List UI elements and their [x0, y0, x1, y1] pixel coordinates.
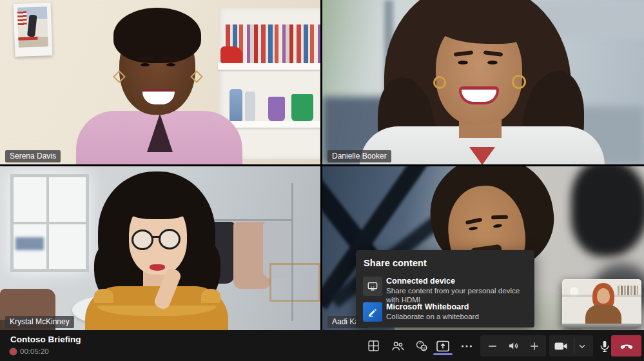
volume-up-icon: [528, 340, 541, 353]
share-active-indicator: [433, 353, 453, 355]
gallery-view-button[interactable]: [362, 335, 384, 356]
record-icon: [10, 349, 16, 355]
meeting-title: Contoso Briefing: [10, 335, 81, 344]
reactions-button[interactable]: [411, 335, 433, 356]
volume-up-button[interactable]: [523, 335, 545, 356]
menu-item-microsoft-whiteboard[interactable]: Microsoft Whiteboard Collaborate on a wh…: [356, 300, 534, 324]
recording-timer: 00:05:20: [20, 347, 49, 355]
share-content-menu-title: Share content: [364, 258, 427, 268]
teams-meeting-window: Serena Davis Danielle Booker: [0, 0, 644, 361]
camera-options-button[interactable]: [572, 335, 592, 356]
share-content-menu: Share content Connected device Share con…: [356, 250, 534, 327]
connected-device-icon: [363, 277, 382, 296]
menu-item-title: Microsoft Whiteboard: [386, 302, 479, 312]
menu-item-subtitle: Collaborate on a whiteboard: [386, 312, 479, 321]
speaker-icon: [507, 339, 520, 353]
more-options-button[interactable]: [456, 335, 478, 356]
camera-options-chevron-icon: [577, 341, 587, 351]
speaker-button[interactable]: [502, 335, 524, 356]
volume-down-icon: [486, 340, 499, 353]
self-view-pip[interactable]: [562, 279, 641, 328]
hangup-icon: [619, 338, 634, 354]
people-icon: [391, 339, 405, 353]
meeting-control-bar: Contoso Briefing 00:05:20: [0, 330, 644, 361]
video-tile-krystal-mckinney: Krystal McKinney: [0, 166, 320, 330]
reactions-icon: [415, 339, 429, 353]
gallery-view-icon: [367, 339, 380, 353]
participant-name-label: Serena Davis: [5, 150, 61, 162]
more-options-icon: [460, 339, 474, 353]
menu-item-connected-device[interactable]: Connected device Share content from your…: [356, 275, 534, 298]
share-content-icon: [435, 338, 451, 354]
participant-name-label: Krystal McKinney: [5, 316, 74, 328]
camera-icon: [553, 338, 569, 354]
volume-down-button[interactable]: [482, 335, 503, 356]
self-view-face: [597, 288, 610, 304]
show-participants-button[interactable]: [387, 335, 409, 356]
glasses: [132, 229, 153, 250]
camera-button[interactable]: [550, 335, 572, 356]
mic-icon: [598, 339, 612, 353]
whiteboard-icon: [363, 302, 382, 322]
menu-item-title: Connected device: [386, 276, 534, 286]
participant-name-label: Danielle Booker: [327, 150, 391, 162]
hangup-button[interactable]: [611, 335, 641, 356]
recording-indicator: 00:05:20: [10, 347, 49, 355]
video-tile-danielle-booker: Danielle Booker: [322, 0, 644, 164]
video-tile-serena-davis: Serena Davis: [0, 0, 320, 164]
wall-poster: [14, 3, 53, 57]
